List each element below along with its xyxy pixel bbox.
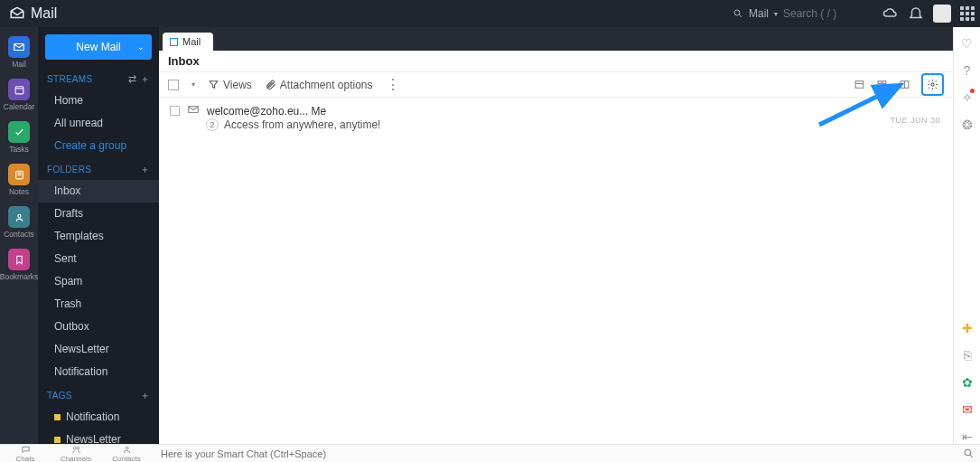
gear-icon[interactable] xyxy=(927,79,938,90)
folders-header: FOLDERS＋ xyxy=(38,157,159,180)
folder-sidebar: New Mail⌄ STREAMS⇄ ＋ Home All unread Cre… xyxy=(38,27,159,444)
list-toolbar: ▾ Views Attachment options ⋮ xyxy=(159,72,953,98)
strip-attach-icon[interactable]: ⎘ xyxy=(964,348,971,363)
mail-subject: Access from anywhere, anytime! xyxy=(224,118,380,131)
strip-collapse-icon[interactable]: ⇤ xyxy=(962,429,973,444)
tag-color-icon xyxy=(54,437,61,443)
tag-color-icon xyxy=(54,414,61,420)
search-icon xyxy=(733,8,743,19)
sidebar-item-drafts[interactable]: Drafts xyxy=(38,203,159,225)
rail-notes[interactable]: Notes xyxy=(0,160,38,200)
strip-help-icon[interactable]: ? xyxy=(964,63,971,78)
right-strip: ♡ ? ✧ ❂ ✚ ⎘ ✿ ✉ ⇤ xyxy=(953,27,980,444)
bottom-bar: Chats Channels Contacts xyxy=(0,444,980,462)
rail-mail[interactable]: Mail xyxy=(0,33,38,72)
tab-row: Mail xyxy=(159,27,953,51)
more-icon[interactable]: ⋮ xyxy=(386,76,400,93)
sidebar-item-outbox[interactable]: Outbox xyxy=(38,316,159,338)
new-mail-button[interactable]: New Mail⌄ xyxy=(45,34,152,60)
svg-point-11 xyxy=(931,83,934,86)
filter-icon xyxy=(208,79,219,90)
tags-header: TAGS＋ xyxy=(38,383,159,406)
bottom-search-icon[interactable] xyxy=(957,448,980,459)
mail-from: welcome@zoho.eu... Me xyxy=(207,105,326,118)
strip-heart-icon[interactable]: ♡ xyxy=(961,36,973,51)
strip-activity-icon[interactable]: ✧ xyxy=(962,90,973,105)
chevron-down-icon: ▾ xyxy=(774,10,778,18)
sidebar-item-all-unread[interactable]: All unread xyxy=(38,112,159,135)
layout-icon-2[interactable] xyxy=(876,79,888,90)
svg-rect-6 xyxy=(878,81,882,84)
layout-icon-3[interactable] xyxy=(899,79,910,90)
svg-point-4 xyxy=(17,214,20,217)
layout-icon-1[interactable] xyxy=(854,79,865,90)
row-checkbox[interactable] xyxy=(170,106,180,116)
avatar[interactable] xyxy=(933,5,951,23)
sidebar-item-trash[interactable]: Trash xyxy=(38,293,159,316)
rail-tasks[interactable]: Tasks xyxy=(0,118,38,157)
settings-highlight xyxy=(921,73,944,96)
select-all-dropdown[interactable]: ▾ xyxy=(191,80,195,89)
cloud-sync-icon[interactable] xyxy=(882,5,899,22)
rail-contacts[interactable]: Contacts xyxy=(0,203,38,242)
sidebar-item-inbox[interactable]: Inbox xyxy=(38,180,159,203)
svg-rect-2 xyxy=(15,86,23,93)
mail-date: TUE JUN 30 xyxy=(890,116,940,125)
strip-note-icon[interactable]: ✚ xyxy=(962,321,973,335)
sidebar-item-spam[interactable]: Spam xyxy=(38,270,159,293)
strip-eco-icon[interactable]: ✿ xyxy=(962,375,973,390)
global-search[interactable]: Mail ▾ xyxy=(733,7,873,20)
sidebar-item-create-group[interactable]: Create a group xyxy=(38,135,159,157)
bell-icon[interactable] xyxy=(908,5,924,22)
app-logo: Mail xyxy=(0,5,66,22)
search-input[interactable] xyxy=(783,7,873,20)
mail-tab-icon xyxy=(170,38,178,46)
sidebar-item-sent[interactable]: Sent xyxy=(38,248,159,270)
svg-point-17 xyxy=(965,449,971,456)
svg-rect-7 xyxy=(882,81,886,84)
search-scope: Mail xyxy=(749,7,769,20)
app-title: Mail xyxy=(31,5,57,22)
svg-point-16 xyxy=(126,447,128,449)
strip-widgets-icon[interactable]: ❂ xyxy=(962,118,973,132)
bottom-channels[interactable]: Channels xyxy=(51,445,101,463)
bottom-chats[interactable]: Chats xyxy=(0,445,51,463)
svg-point-14 xyxy=(73,447,76,449)
svg-point-0 xyxy=(734,10,740,15)
sidebar-item-notification[interactable]: Notification xyxy=(38,361,159,383)
smart-chat-input[interactable] xyxy=(152,445,957,462)
strip-chat-icon[interactable]: ✉ xyxy=(962,402,973,417)
svg-rect-5 xyxy=(855,81,863,89)
views-filter[interactable]: Views xyxy=(208,79,252,91)
attachment-icon xyxy=(265,79,276,90)
thread-count: 2 xyxy=(206,118,219,131)
svg-rect-8 xyxy=(878,85,882,88)
folder-add-icon[interactable]: ＋ xyxy=(140,163,150,176)
rail-bookmarks[interactable]: Bookmarks xyxy=(0,245,38,285)
rail-calendar[interactable]: Calendar xyxy=(0,75,38,115)
svg-point-15 xyxy=(76,447,79,449)
mail-list: welcome@zoho.eu... Me 2 Access from anyw… xyxy=(159,98,953,444)
envelope-icon xyxy=(187,103,200,118)
sidebar-tag-notification[interactable]: Notification xyxy=(38,406,159,429)
svg-rect-9 xyxy=(882,85,886,88)
tag-add-icon[interactable]: ＋ xyxy=(140,389,150,402)
folder-title: Inbox xyxy=(159,51,953,72)
tab-mail[interactable]: Mail xyxy=(163,33,213,51)
app-rail: Mail Calendar Tasks Notes Contacts Bookm… xyxy=(0,27,38,444)
attachment-options[interactable]: Attachment options xyxy=(265,79,373,91)
sidebar-tag-newsletter[interactable]: NewsLetter xyxy=(38,429,159,444)
streams-header: STREAMS⇄ ＋ xyxy=(38,67,159,90)
sidebar-item-newsletter[interactable]: NewsLetter xyxy=(38,338,159,361)
stream-add-icon[interactable]: ⇄ ＋ xyxy=(128,72,150,86)
mail-row[interactable]: welcome@zoho.eu... Me 2 Access from anyw… xyxy=(159,98,953,137)
select-all-checkbox[interactable] xyxy=(168,80,179,90)
apps-grid-icon[interactable] xyxy=(960,6,975,21)
sidebar-item-templates[interactable]: Templates xyxy=(38,225,159,248)
chevron-down-icon: ⌄ xyxy=(137,42,145,52)
bottom-contacts[interactable]: Contacts xyxy=(101,445,152,463)
sidebar-item-home[interactable]: Home xyxy=(38,90,159,112)
